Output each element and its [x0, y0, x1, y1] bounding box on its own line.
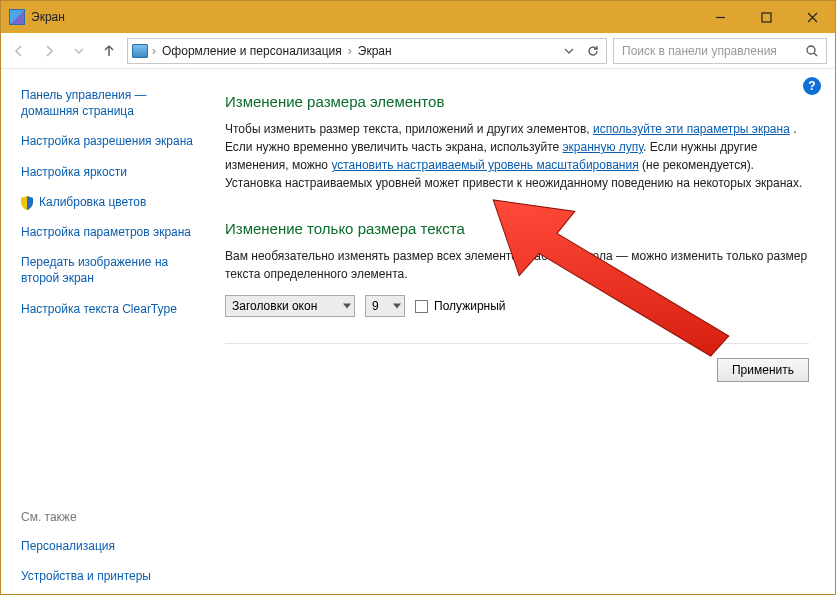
- maximize-button[interactable]: [743, 1, 789, 33]
- svg-point-1: [807, 46, 815, 54]
- chevron-right-icon: ›: [152, 44, 156, 58]
- text-size-description: Вам необязательно изменять размер всех э…: [225, 247, 809, 283]
- refresh-button[interactable]: [582, 40, 604, 62]
- sidebar-item-brightness[interactable]: Настройка яркости: [21, 164, 127, 180]
- forward-button[interactable]: [37, 39, 61, 63]
- checkbox-box: [415, 300, 428, 313]
- control-panel-window: Экран › Оформление и персонализация ›: [0, 0, 836, 595]
- search-box[interactable]: [613, 38, 827, 64]
- location-icon: [132, 44, 148, 58]
- sidebar-item-display-settings[interactable]: Настройка параметров экрана: [21, 224, 191, 240]
- control-panel-home-link[interactable]: Панель управления — домашняя страница: [21, 87, 201, 119]
- titlebar[interactable]: Экран: [1, 1, 835, 33]
- breadcrumb-item[interactable]: Оформление и персонализация: [160, 44, 344, 58]
- sidebar: Панель управления — домашняя страница На…: [1, 69, 211, 594]
- chevron-down-icon: [343, 304, 351, 309]
- breadcrumb-item[interactable]: Экран: [356, 44, 394, 58]
- see-also-header: См. также: [21, 510, 201, 524]
- help-icon[interactable]: ?: [803, 77, 821, 95]
- apply-button[interactable]: Применить: [717, 358, 809, 382]
- sidebar-item-cleartype[interactable]: Настройка текста ClearType: [21, 301, 177, 317]
- separator: [225, 343, 809, 344]
- address-history-dropdown[interactable]: [558, 40, 580, 62]
- window-title: Экран: [31, 10, 65, 24]
- window-icon: [9, 9, 25, 25]
- bold-checkbox[interactable]: Полужирный: [415, 299, 506, 313]
- font-size-value: 9: [372, 299, 379, 313]
- bold-label: Полужирный: [434, 299, 506, 313]
- toolbar: › Оформление и персонализация › Экран: [1, 33, 835, 69]
- svg-rect-0: [762, 13, 771, 22]
- minimize-button[interactable]: [697, 1, 743, 33]
- heading-resize-items: Изменение размера элементов: [225, 93, 809, 110]
- link-custom-scaling[interactable]: установить настраиваемый уровень масштаб…: [331, 158, 638, 172]
- address-bar[interactable]: › Оформление и персонализация › Экран: [127, 38, 607, 64]
- element-type-select[interactable]: Заголовки окон: [225, 295, 355, 317]
- seealso-devices-printers[interactable]: Устройства и принтеры: [21, 568, 201, 584]
- font-size-select[interactable]: 9: [365, 295, 405, 317]
- link-display-settings[interactable]: используйте эти параметры экрана: [593, 122, 790, 136]
- sidebar-item-project[interactable]: Передать изображение на второй экран: [21, 254, 201, 286]
- sidebar-item-calibrate-color[interactable]: Калибровка цветов: [39, 194, 146, 210]
- recent-locations-dropdown[interactable]: [67, 39, 91, 63]
- main-content: Изменение размера элементов Чтобы измени…: [211, 69, 835, 594]
- heading-text-size: Изменение только размера текста: [225, 220, 809, 237]
- chevron-down-icon: [393, 304, 401, 309]
- search-icon[interactable]: [804, 43, 820, 59]
- search-input[interactable]: [620, 43, 804, 59]
- shield-icon: [21, 196, 33, 210]
- seealso-personalization[interactable]: Персонализация: [21, 538, 201, 554]
- link-magnifier[interactable]: экранную лупу: [563, 140, 644, 154]
- close-button[interactable]: [789, 1, 835, 33]
- chevron-right-icon: ›: [348, 44, 352, 58]
- resize-items-description: Чтобы изменить размер текста, приложений…: [225, 120, 809, 192]
- up-button[interactable]: [97, 39, 121, 63]
- element-type-value: Заголовки окон: [232, 299, 317, 313]
- back-button[interactable]: [7, 39, 31, 63]
- sidebar-item-resolution[interactable]: Настройка разрешения экрана: [21, 133, 193, 149]
